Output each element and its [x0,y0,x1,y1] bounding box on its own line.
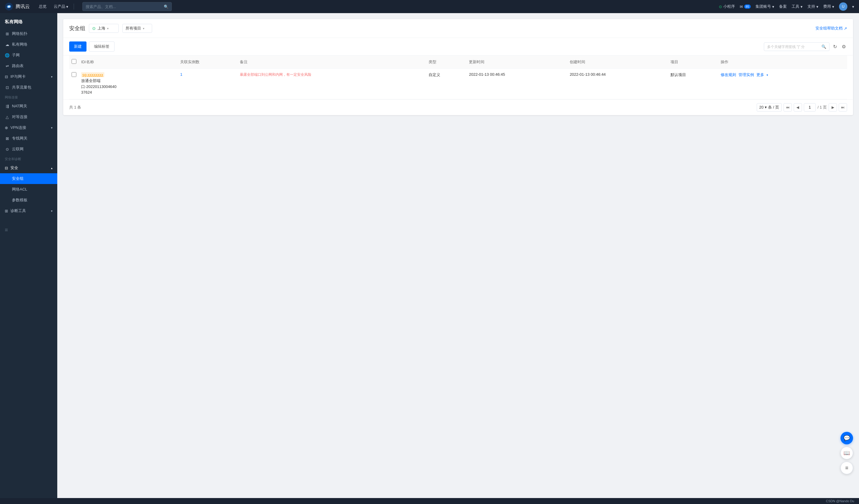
region-select[interactable]: ⊙ 上海 ▾ [89,24,119,33]
group-account[interactable]: 集团账号 ▾ [755,4,774,9]
bottom-bar-text: CSDN @Nando Du [826,499,854,503]
pagination-total: 共 1 条 [69,105,81,110]
diag-icon: ⊞ [5,209,8,213]
pagination: 共 1 条 20 ▾ 条 / 页 ⏮ ◀ / 1 页 ▶ ⏭ [63,99,853,115]
sidebar-item-vpc[interactable]: ☁ 私有网络 [0,39,57,50]
float-docs-btn[interactable]: 📖 [841,447,853,459]
cell-remark: 暴露全部端口到公网和内网，有一定安全风险 [237,68,426,99]
diag-arrow: ▾ [51,209,52,213]
mini-program[interactable]: ⊙ 小程序 [719,4,735,9]
settings-icon[interactable]: ⚙ [841,43,847,51]
edit-tag-button[interactable]: 编辑标签 [89,42,115,51]
col-instances: 关联实例数 [178,56,237,68]
table-search-input[interactable] [767,44,819,49]
sidebar-item-peering[interactable]: △ 对等连接 [0,111,57,122]
sidebar-item-ip-nic[interactable]: ⊟ IP与网卡 ▾ [0,71,57,82]
sidebar-item-network-acl[interactable]: 网络ACL [0,184,57,195]
float-chat-btn[interactable]: 💬 [841,432,853,444]
sidebar-item-subnet[interactable]: 🌐 子网 [0,50,57,61]
logo[interactable]: 腾讯云 [5,2,30,11]
sidebar-item-param-template[interactable]: 参数模板 [0,195,57,205]
cloud-icon: ☁ [5,42,10,47]
float-menu-btn[interactable]: ≡ [841,462,853,474]
content-box: 安全组 ⊙ 上海 ▾ 所有项目 ▾ 安全组帮助文档 ↗ [63,19,853,115]
sidebar-item-network-topology[interactable]: ⊞ 网络拓扑 [0,28,57,39]
cell-id-name: sg-xxxxxxxx 放通全部端口-2022011300464037624 [79,68,178,99]
cell-actions: 修改规则 管理实例 更多 ▾ [718,68,847,99]
globe-icon: 🌐 [5,53,10,58]
tools[interactable]: 工具 ▾ [792,4,803,9]
sidebar-item-vpn[interactable]: ⊕ VPN连接 ▾ [0,122,57,133]
top-navigation: 腾讯云 总览 云产品 ▾ 🔍 ⊙ 小程序 ✉ 85 集团账号 ▾ 备案 工具 ▾ [0,0,859,13]
next-page-btn[interactable]: ▶ [829,103,837,111]
table-row: sg-xxxxxxxx 放通全部端口-2022011300464037624 1… [69,68,847,99]
region-label: 上海 [97,26,105,31]
ip-nic-arrow: ▾ [51,75,52,78]
prev-page-btn[interactable]: ◀ [794,103,802,111]
nav-cloud-products[interactable]: 云产品 ▾ [51,3,71,11]
page-size-select[interactable]: 20 ▾ 条 / 页 [757,103,782,111]
main-layout: 私有网络 ⊞ 网络拓扑 ☁ 私有网络 🌐 子网 ⇌ 路由表 ⊟ IP与网卡 ▾ … [0,13,859,504]
last-page-btn[interactable]: ⏭ [839,103,847,111]
nav-overview[interactable]: 总览 [36,3,49,11]
manage-instances-link[interactable]: 管理实例 [738,72,754,78]
notification-bell[interactable]: ✉ 85 [740,4,751,9]
avatar-arrow: ▾ [852,4,854,9]
sidebar-bottom-icon[interactable]: ≡ [5,227,8,233]
toolbar: 新建 编辑标签 🔍 ↻ ⚙ [63,38,853,56]
support[interactable]: 支持 ▾ [808,4,818,9]
sidebar-section-security: 安全和诊断 [0,154,57,163]
refresh-icon[interactable]: ↻ [832,43,838,51]
cell-type: 自定义 [426,68,467,99]
global-search-input[interactable] [86,4,164,9]
shield-icon: ⊟ [5,166,8,170]
col-type: 类型 [426,56,467,68]
mini-program-icon: ⊙ [719,4,722,9]
security-group-name: 放通全部端口-2022011300464037624 [81,78,175,95]
modify-rules-link[interactable]: 修改规则 [721,72,736,78]
new-button[interactable]: 新建 [69,42,87,51]
page-header: 安全组 ⊙ 上海 ▾ 所有项目 ▾ 安全组帮助文档 ↗ [63,19,853,38]
help-link[interactable]: 安全组帮助文档 ↗ [815,26,847,31]
project-select[interactable]: 所有项目 ▾ [122,24,152,33]
share-icon: ⊡ [5,85,10,90]
select-all-checkbox[interactable] [72,59,76,64]
sidebar-item-shared-traffic[interactable]: ⊡ 共享流量包 [0,82,57,93]
cost[interactable]: 费用 ▾ [823,4,834,9]
col-remark: 备注 [237,56,426,68]
table-search-icon[interactable]: 🔍 [822,44,826,49]
cell-create-time: 2022-01-13 00:46:44 [567,68,668,99]
sidebar: 私有网络 ⊞ 网络拓扑 ☁ 私有网络 🌐 子网 ⇌ 路由表 ⊟ IP与网卡 ▾ … [0,13,57,504]
sidebar-section-network-conn: 网络连接 [0,93,57,101]
sidebar-item-dedicated-gw[interactable]: ⊠ 专线网关 [0,133,57,144]
sidebar-item-diagnostic[interactable]: ⊞ 诊断工具 ▾ [0,205,57,216]
instance-count-link[interactable]: 1 [180,72,182,77]
col-update-time: 更新时间 [466,56,567,68]
filing[interactable]: 备案 [779,4,787,9]
security-arrow: ▴ [51,166,52,170]
cell-instances: 1 [178,68,237,99]
table-search-box[interactable]: 🔍 [764,42,829,51]
sidebar-title: 私有网络 [0,13,57,28]
more-actions-link[interactable]: 更多 [756,72,764,78]
sidebar-item-security[interactable]: ⊟ 安全 ▴ [0,163,57,173]
bell-icon: ✉ [740,4,743,9]
row-checkbox[interactable] [72,72,76,77]
page-number-input[interactable] [804,103,816,111]
cell-project: 默认项目 [668,68,718,99]
total-pages-text: / 1 页 [817,105,827,110]
vpn-arrow: ▾ [51,126,52,129]
sidebar-item-route[interactable]: ⇌ 路由表 [0,61,57,71]
avatar[interactable]: U [839,2,847,11]
more-actions-arrow[interactable]: ▾ [767,73,768,77]
sidebar-item-nat[interactable]: ⇶ NAT网关 [0,101,57,111]
col-project: 项目 [668,56,718,68]
float-buttons: 💬 📖 ≡ [841,432,853,474]
sidebar-item-cloud-link[interactable]: ⊙ 云联网 [0,144,57,154]
region-icon: ⊙ [92,26,96,31]
security-group-id-link[interactable]: sg-xxxxxxxx [81,72,104,77]
global-search-bar[interactable]: 🔍 [82,2,172,11]
sidebar-item-security-group[interactable]: 安全组 [0,173,57,184]
first-page-btn[interactable]: ⏮ [784,103,792,111]
table-header-row: ID/名称 关联实例数 备注 类型 [69,56,847,68]
